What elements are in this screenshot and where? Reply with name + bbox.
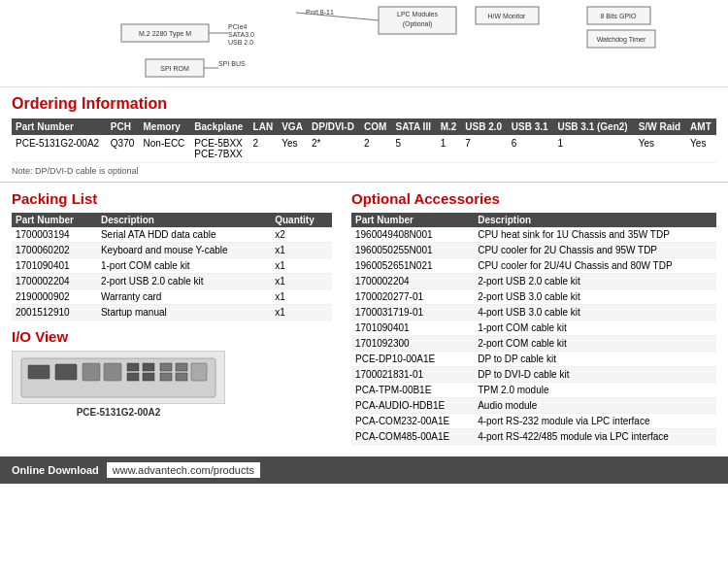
ordering-section: Ordering Information Part Number PCH Mem… [0,87,728,183]
ordering-cell: Yes [635,135,686,163]
io-image-label: PCE-5131G2-00A2 [12,407,225,418]
ordering-title: Ordering Information [12,95,716,113]
svg-text:SPI ROM: SPI ROM [160,65,189,72]
footer-url: www.advantech.com/products [107,462,260,478]
ordering-cell: 1 [437,135,462,163]
optional-row: 1960050255N001CPU cooler for 2U Chassis … [351,243,716,258]
left-column: Packing List Part Number Description Qua… [12,190,332,445]
optional-row: 1960049408N001CPU heat sink for 1U Chass… [351,227,716,243]
optional-cell: CPU heat sink for 1U Chassis and 35W TDP [474,227,716,243]
ordering-cell: Yes [686,135,716,163]
io-view-title: I/O View [12,328,332,345]
svg-text:LPC Modules: LPC Modules [397,11,439,17]
optional-table: Part Number Description 1960049408N001CP… [351,213,716,445]
optional-header-row: Part Number Description [351,213,716,227]
ordering-cell: PCE-5BXXPCE-7BXX [190,135,248,163]
col-usb-31-gen2: USB 3.1 (Gen2) [553,118,634,135]
packing-cell: Warranty card [97,289,271,305]
svg-rect-24 [55,364,77,380]
io-image-box [12,351,225,404]
col-com: COM [360,118,392,135]
packing-col-part: Part Number [12,213,97,227]
optional-row: 1960052651N021CPU cooler for 2U/4U Chass… [351,258,716,274]
packing-row: 1700003194Serial ATA HDD data cablex2 [12,227,332,243]
ordering-note: Note: DP/DVI-D cable is optional [12,166,716,176]
packing-cell: x1 [271,243,332,258]
packing-list-title: Packing List [12,190,332,207]
col-sw-raid: S/W Raid [635,118,686,135]
svg-rect-35 [191,363,207,381]
optional-cell: 1701092300 [351,336,474,352]
ordering-cell: 2 [249,135,279,163]
ordering-cell: 2* [308,135,360,163]
packing-row: 17000022042-port USB 2.0 cable kitx1 [12,274,332,289]
optional-cell: 4-port RS-232 module via LPC interface [474,414,716,429]
col-backplane: Backplane [190,118,248,135]
svg-text:(Optional): (Optional) [403,20,433,28]
optional-row: 17000022042-port USB 2.0 cable kit [351,274,716,289]
optional-cell: 2-port COM cable kit [474,336,716,352]
optional-cell: 1700020277-01 [351,289,474,305]
optional-cell: 2-port USB 2.0 cable kit [474,274,716,289]
diagram-area: LPC Modules (Optional) H/W Monitor 8 Bit… [0,0,728,87]
svg-text:Watchdog Timer: Watchdog Timer [597,36,646,44]
svg-rect-30 [143,373,154,381]
packing-cell: x1 [271,305,332,321]
packing-cell: x1 [271,274,332,289]
optional-cell: 4-port USB 3.0 cable kit [474,305,716,321]
optional-row: 1700031719-014-port USB 3.0 cable kit [351,305,716,321]
col-part-number: Part Number [12,118,107,135]
ordering-row: PCE-5131G2-00A2Q370Non-ECCPCE-5BXXPCE-7B… [12,135,716,163]
optional-row: 17010904011-port COM cable kit [351,321,716,336]
col-vga: VGA [278,118,308,135]
ordering-cell: PCE-5131G2-00A2 [12,135,107,163]
ordering-cell: Q370 [107,135,140,163]
optional-cell: 1700021831-01 [351,367,474,383]
svg-rect-27 [127,363,139,371]
ordering-cell: Non-ECC [140,135,191,163]
ordering-cell: 5 [391,135,436,163]
svg-rect-34 [176,373,187,381]
packing-row: 1700060202Keyboard and mouse Y-cablex1 [12,243,332,258]
packing-cell: Serial ATA HDD data cable [97,227,271,243]
optional-cell: 1960052651N021 [351,258,474,274]
optional-row: 17010923002-port COM cable kit [351,336,716,352]
col-m2: M.2 [437,118,462,135]
packing-row: 2190000902Warranty cardx1 [12,289,332,305]
packing-cell: 2190000902 [12,289,97,305]
optional-cell: Audio module [474,398,716,414]
packing-cell: 1-port COM cable kit [97,258,271,274]
io-ports-svg [17,354,220,402]
optional-cell: PCE-DP10-00A1E [351,352,474,367]
packing-row: 17010904011-port COM cable kitx1 [12,258,332,274]
io-image-area: PCE-5131G2-00A2 [12,351,332,418]
right-column: Optional Accessories Part Number Descrip… [351,190,716,445]
packing-cell: x2 [271,227,332,243]
optional-cell: PCA-AUDIO-HDB1E [351,398,474,414]
svg-line-21 [296,13,379,20]
optional-row: PCA-COM232-00A1E4-port RS-232 module via… [351,414,716,429]
packing-cell: Startup manual [97,305,271,321]
svg-rect-32 [160,373,172,381]
packing-cell: 1700003194 [12,227,97,243]
two-col-section: Packing List Part Number Description Qua… [0,183,728,453]
optional-cell: 4-port RS-422/485 module via LPC interfa… [474,429,716,445]
optional-row: 1700021831-01DP to DVI-D cable kit [351,367,716,383]
optional-cell: PCA-TPM-00B1E [351,383,474,398]
packing-cell: x1 [271,289,332,305]
packing-cell: 2001512910 [12,305,97,321]
optional-accessories-title: Optional Accessories [351,190,716,207]
packing-cell: 2-port USB 2.0 cable kit [97,274,271,289]
optional-row: 1700020277-012-port USB 3.0 cable kit [351,289,716,305]
footer-label: Online Download [12,464,99,476]
optional-cell: DP to DVI-D cable kit [474,367,716,383]
packing-cell: 1700002204 [12,274,97,289]
optional-col-desc: Description [474,213,716,227]
svg-text:SPI BUS: SPI BUS [218,60,246,67]
col-usb-31: USB 3.1 [508,118,554,135]
optional-cell: 2-port USB 3.0 cable kit [474,289,716,305]
packing-cell: 1700060202 [12,243,97,258]
svg-rect-25 [83,363,100,381]
col-memory: Memory [140,118,191,135]
optional-cell: 1700002204 [351,274,474,289]
